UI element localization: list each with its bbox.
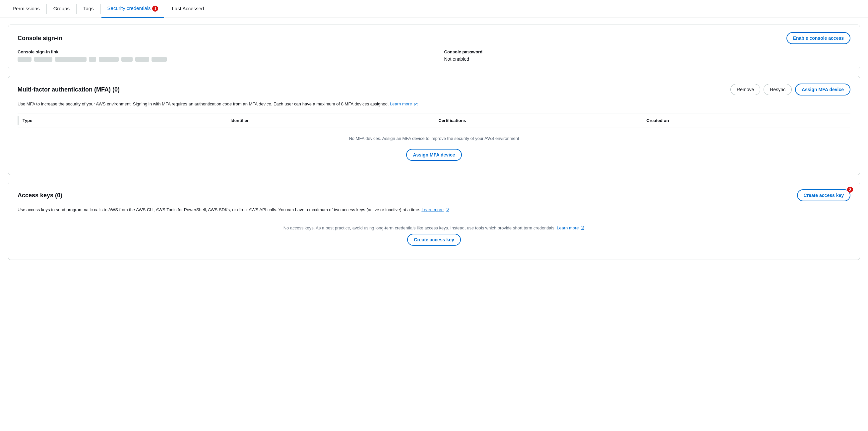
mfa-table: Type Identifier Certifications Created o… [18,113,850,149]
console-link-label: Console sign-in link [18,50,424,54]
mfa-table-header: Type Identifier Certifications Created o… [18,113,850,128]
redacted-7 [135,57,149,62]
mfa-header: Multi-factor authentication (MFA) (0) Re… [18,84,850,95]
mfa-actions: Remove Resync Assign MFA device [731,84,850,95]
tab-separator-1 [46,4,47,14]
enable-console-access-button[interactable]: Enable console access [786,32,850,44]
console-signin-actions: Enable console access [786,32,850,44]
tab-separator-4 [165,4,165,14]
resync-mfa-button[interactable]: Resync [764,84,792,95]
access-keys-description: Use access keys to send programmatic cal… [18,207,850,214]
external-link-icon-access-keys [445,208,450,212]
create-access-key-badge-wrapper: 2 Create access key [797,189,850,201]
external-link-icon-mfa [414,102,418,106]
mfa-empty-message: No MFA devices. Assign an MFA device to … [18,128,850,149]
tab-groups[interactable]: Groups [48,0,75,18]
tab-separator-2 [76,4,76,14]
no-access-keys-message: No access keys. As a best practice, avoi… [18,219,850,234]
svg-line-0 [415,103,417,105]
tab-tags[interactable]: Tags [77,0,100,18]
redacted-8 [152,57,167,62]
console-password-section: Console password Not enabled [444,50,851,62]
console-signin-title: Console sign-in [18,35,62,42]
access-keys-no-keys-learn-more-link[interactable]: Learn more [557,225,579,230]
access-keys-empty-action: Create access key [18,234,850,252]
mfa-empty-action: Assign MFA device [18,149,850,167]
create-access-key-button-header[interactable]: Create access key [797,189,850,201]
create-access-key-button-empty[interactable]: Create access key [407,234,461,246]
access-keys-title: Access keys (0) [18,192,62,199]
security-credentials-badge: 1 [152,6,158,11]
console-signin-body: Console sign-in link Console password No… [18,50,850,62]
mfa-learn-more-link[interactable]: Learn more [390,101,412,106]
remove-mfa-button[interactable]: Remove [731,84,760,95]
console-signin-header: Console sign-in Enable console access [18,32,850,44]
mfa-col-certifications: Certifications [435,116,643,125]
mfa-card: Multi-factor authentication (MFA) (0) Re… [8,76,860,175]
mfa-col-type: Type [18,116,226,125]
mfa-title: Multi-factor authentication (MFA) (0) [18,86,120,93]
tab-permissions[interactable]: Permissions [7,0,46,18]
main-content: Console sign-in Enable console access Co… [0,18,868,267]
console-password-value: Not enabled [444,56,851,62]
tabs-navigation: Permissions Groups Tags Security credent… [0,0,868,18]
svg-line-1 [447,209,449,211]
redacted-4 [89,57,96,62]
console-signin-card: Console sign-in Enable console access Co… [8,25,860,69]
redacted-2 [34,57,52,62]
external-link-icon-no-keys [581,226,585,230]
tab-separator-3 [100,4,101,14]
svg-line-2 [582,227,584,229]
console-link-value [18,56,424,62]
redacted-1 [18,57,31,62]
access-keys-learn-more-link[interactable]: Learn more [422,207,443,212]
access-keys-actions: 2 Create access key [797,189,850,201]
redacted-6 [121,57,133,62]
access-keys-header: Access keys (0) 2 Create access key [18,189,850,201]
tab-last-accessed[interactable]: Last Accessed [166,0,210,18]
access-keys-badge: 2 [847,187,853,193]
redacted-3 [55,57,87,62]
redacted-5 [99,57,119,62]
assign-mfa-button-header[interactable]: Assign MFA device [795,84,850,95]
tab-security-credentials[interactable]: Security credentials1 [101,0,164,18]
console-signin-link-section: Console sign-in link [18,50,434,62]
mfa-description: Use MFA to increase the security of your… [18,101,850,108]
assign-mfa-button-empty[interactable]: Assign MFA device [406,149,462,161]
mfa-col-identifier: Identifier [226,116,434,125]
access-keys-card: Access keys (0) 2 Create access key Use … [8,182,860,260]
mfa-col-created: Created on [643,116,850,125]
console-password-label: Console password [444,50,851,54]
